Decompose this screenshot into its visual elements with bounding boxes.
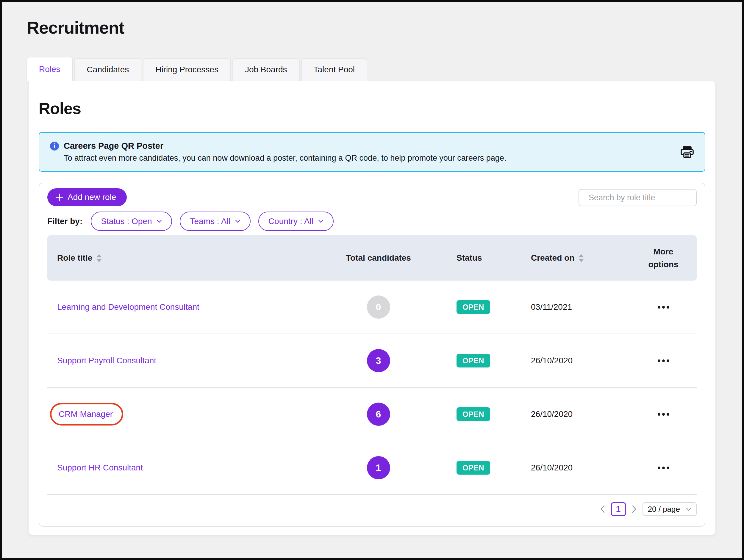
chevron-down-icon (318, 220, 324, 223)
created-on-date: 26/10/2020 (521, 356, 628, 365)
filter-country-label: Country : All (268, 217, 313, 226)
roles-card: Add new role Filter by: Status : Open Te… (39, 183, 705, 527)
tab-job-boards[interactable]: Job Boards (232, 58, 300, 81)
table-row: Learning and Development Consultant 0 OP… (47, 281, 697, 334)
filter-bar: Filter by: Status : Open Teams : All Cou… (47, 212, 697, 231)
chevron-left-icon (600, 505, 605, 513)
filter-status[interactable]: Status : Open (91, 212, 172, 231)
created-on-date: 26/10/2020 (521, 463, 628, 473)
tab-hiring-processes[interactable]: Hiring Processes (143, 58, 231, 81)
column-total-candidates: Total candidates (317, 253, 440, 263)
role-title-link[interactable]: Learning and Development Consultant (57, 302, 199, 311)
tab-label: Job Boards (245, 65, 287, 74)
screen: Recruitment Roles Candidates Hiring Proc… (0, 0, 744, 560)
search-box[interactable] (579, 189, 697, 206)
status-badge: OPEN (456, 300, 490, 314)
page-title: Recruitment (27, 17, 742, 37)
status-badge: OPEN (456, 407, 490, 421)
table-row: Support HR Consultant 1 OPEN 26/10/2020 (47, 441, 697, 495)
column-created-on: Created on (531, 253, 574, 263)
candidate-count-badge: 6 (367, 403, 390, 426)
tab-candidates[interactable]: Candidates (74, 58, 142, 81)
more-options-button[interactable] (655, 463, 672, 472)
roles-toolbar: Add new role (47, 188, 697, 207)
table-row: Support Payroll Consultant 3 OPEN 26/10/… (47, 334, 697, 388)
page-number-button[interactable]: 1 (611, 502, 626, 516)
column-role-title: Role title (57, 253, 92, 263)
info-icon (50, 142, 59, 151)
pagination: 1 20 / page (47, 502, 697, 516)
add-new-role-label: Add new role (68, 192, 116, 202)
banner-content: Careers Page QR Poster To attract even m… (50, 141, 680, 163)
more-options-button[interactable] (655, 357, 672, 365)
status-badge: OPEN (456, 354, 490, 368)
sort-icon[interactable] (579, 254, 584, 262)
column-more-options: More options (642, 245, 684, 271)
tab-bar: Roles Candidates Hiring Processes Job Bo… (27, 57, 742, 81)
filter-status-label: Status : Open (101, 217, 152, 226)
sort-icon[interactable] (97, 254, 102, 262)
candidate-count-badge: 0 (367, 296, 390, 319)
chevron-down-icon (156, 220, 162, 223)
more-options-button[interactable] (655, 303, 672, 311)
tab-label: Talent Pool (314, 65, 355, 74)
table-row: CRM Manager 6 OPEN 26/10/2020 (47, 388, 697, 441)
previous-page-button[interactable] (599, 504, 606, 514)
filter-country[interactable]: Country : All (258, 212, 334, 231)
more-options-button[interactable] (655, 410, 672, 419)
created-on-date: 03/11/2021 (521, 302, 628, 312)
add-new-role-button[interactable]: Add new role (47, 188, 127, 206)
role-title-link[interactable]: Support HR Consultant (57, 463, 143, 472)
filter-teams[interactable]: Teams : All (180, 212, 250, 231)
tab-label: Candidates (87, 65, 129, 74)
created-on-date: 26/10/2020 (521, 409, 628, 419)
printer-icon[interactable] (680, 146, 694, 158)
banner-title: Careers Page QR Poster (64, 141, 163, 151)
next-page-button[interactable] (631, 504, 638, 514)
candidate-count-badge: 1 (367, 456, 390, 479)
column-status: Status (440, 253, 521, 263)
filter-teams-label: Teams : All (190, 217, 230, 226)
candidate-count-badge: 3 (367, 349, 390, 372)
role-title-link[interactable]: CRM Manager (59, 409, 113, 419)
info-banner: Careers Page QR Poster To attract even m… (39, 132, 705, 172)
page-size-value: 20 / page (648, 505, 680, 514)
chevron-down-icon (235, 220, 240, 223)
page-size-select[interactable]: 20 / page (642, 502, 697, 516)
tab-label: Hiring Processes (155, 65, 218, 74)
search-input[interactable] (589, 193, 694, 202)
plus-icon (55, 193, 63, 201)
tab-talent-pool[interactable]: Talent Pool (301, 58, 368, 81)
filter-by-label: Filter by: (47, 217, 82, 226)
tab-roles[interactable]: Roles (27, 57, 73, 81)
status-badge: OPEN (456, 461, 490, 475)
table-header: Role title Total candidates Status Creat… (47, 235, 697, 281)
highlight-ring: CRM Manager (50, 403, 123, 425)
tab-label: Roles (39, 65, 61, 74)
chevron-down-icon (686, 508, 691, 511)
roles-panel: Roles Careers Page QR Poster To attract … (28, 81, 716, 535)
section-heading: Roles (39, 100, 705, 117)
chevron-right-icon (632, 505, 637, 513)
role-title-link[interactable]: Support Payroll Consultant (57, 356, 156, 365)
banner-body: To attract even more candidates, you can… (64, 154, 680, 163)
